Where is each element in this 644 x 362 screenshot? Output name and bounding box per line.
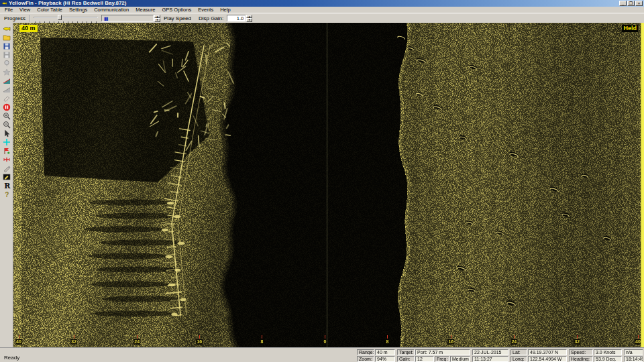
time2-value: 18:14:49 xyxy=(624,356,643,362)
cursor-icon[interactable] xyxy=(2,129,11,137)
menu-measure[interactable]: Measure xyxy=(132,7,158,13)
status-fields: Range: 40 m Zoom: 94% Target: Port: 7.57… xyxy=(357,349,643,362)
svg-text:R: R xyxy=(4,182,11,190)
zoom-in-icon[interactable] xyxy=(2,111,11,120)
pause-icon[interactable] xyxy=(2,103,11,111)
menu-bar: FileViewColor TableSettingsCommunication… xyxy=(0,7,644,13)
annotate-icon[interactable] xyxy=(2,172,11,181)
disp-gain-spinner[interactable]: ▲ ▼ xyxy=(246,15,252,22)
gain-curve-disabled-icon[interactable] xyxy=(2,85,11,94)
play-speed-spinner[interactable]: ▲ ▼ xyxy=(154,15,160,22)
star-icon[interactable] xyxy=(2,68,11,76)
lat-label: Lat: xyxy=(511,349,527,355)
scale-number: 16 xyxy=(447,339,454,345)
target-value: Port: 7.57 m xyxy=(415,349,470,355)
play-speed-label: Play Speed xyxy=(164,15,191,21)
sonar-display[interactable]: 4032241680816243240 40 m Held xyxy=(13,23,644,347)
progress-slider[interactable] xyxy=(34,14,98,23)
help-icon[interactable]: ? xyxy=(2,190,11,198)
time-value: 11:13:27 xyxy=(472,356,508,362)
scale-number: 8 xyxy=(260,339,264,345)
open-file-icon[interactable] xyxy=(2,33,11,42)
scale-number: 24 xyxy=(511,339,517,345)
measure-icon[interactable] xyxy=(2,164,11,172)
zoom-label: Zoom: xyxy=(357,356,374,362)
scale-tick xyxy=(387,335,388,339)
status-bar: Ready Range: 40 m Zoom: 94% Target: Port… xyxy=(0,347,644,362)
range-value: 40 m xyxy=(375,349,395,355)
progress-slider-track xyxy=(34,17,98,18)
restore-button[interactable]: ❐ xyxy=(627,1,635,6)
toolbar: Progress ▮▮ ▲ ▼ Play Speed Disp Gain: ▲ … xyxy=(0,13,644,23)
lat-value: 49.19.3707 N xyxy=(528,349,567,355)
toolbar-separator xyxy=(29,15,30,22)
menu-help[interactable]: Help xyxy=(217,7,233,13)
progress-label: Progress xyxy=(4,15,25,21)
scale-tick xyxy=(137,335,138,339)
ready-status: Ready xyxy=(4,355,19,361)
scale-number: 16 xyxy=(196,339,203,345)
range-scale-chip: 40 m xyxy=(19,25,38,32)
svg-text:?: ? xyxy=(5,191,9,198)
r-label-icon[interactable]: R xyxy=(2,181,11,190)
menu-events[interactable]: Events xyxy=(195,7,217,13)
target-flag-icon[interactable] xyxy=(2,146,11,155)
marker-icon[interactable] xyxy=(2,59,11,68)
long-value: 122.54.4994 W xyxy=(528,356,567,362)
heading-label: Heading: xyxy=(569,356,593,362)
scale-number: 32 xyxy=(574,339,580,345)
window-title: YellowFin - Playback (Hi Res Bedwell Bay… xyxy=(9,0,126,7)
scale-number: 32 xyxy=(70,339,77,345)
gain-label: Gain: xyxy=(397,356,415,362)
app-towfish-icon xyxy=(1,1,7,6)
gain-curve-icon[interactable] xyxy=(2,76,11,85)
play-speed-slider[interactable]: ▮▮ xyxy=(101,15,154,21)
latest-ping-strip xyxy=(641,23,644,347)
held-status-chip: Held xyxy=(622,25,638,32)
menu-color-table[interactable]: Color Table xyxy=(34,7,66,13)
scale-tick xyxy=(262,335,262,339)
save-icon[interactable] xyxy=(2,42,11,50)
scale-number: 40 xyxy=(15,339,22,345)
menu-gps-options[interactable]: GPS Options xyxy=(158,7,195,13)
disp-gain-label: Disp Gain: xyxy=(199,15,223,21)
scale-tick xyxy=(325,335,325,339)
gain-value: 12 xyxy=(415,356,434,362)
title-bar: YellowFin - Playback (Hi Res Bedwell Bay… xyxy=(0,0,644,7)
menu-communication[interactable]: Communication xyxy=(91,7,132,13)
scale-tick xyxy=(577,335,578,339)
scale-number: 0 xyxy=(323,339,327,345)
close-button[interactable]: × xyxy=(635,1,643,6)
menu-file[interactable]: File xyxy=(1,7,16,13)
disp-gain-input[interactable] xyxy=(227,15,246,21)
speed-value: 3.0 Knots xyxy=(594,349,622,355)
menu-view[interactable]: View xyxy=(16,7,34,13)
minimize-button[interactable]: _ xyxy=(619,1,627,6)
range-label: Range: xyxy=(357,349,374,355)
progress-slider-thumb[interactable] xyxy=(58,15,62,20)
extra-value: n/a xyxy=(624,349,643,355)
scale-tick xyxy=(514,335,515,339)
menu-settings[interactable]: Settings xyxy=(66,7,91,13)
pause-bars-icon: ▮▮ xyxy=(104,15,108,21)
scale-tick xyxy=(638,335,639,339)
heading-value: 53.9 Deg. xyxy=(594,356,622,362)
freq-label: Freq: xyxy=(435,356,449,362)
date-value: 22-JUL-2015 xyxy=(472,349,508,355)
side-toolbar: R? xyxy=(0,23,13,347)
scale-tick xyxy=(74,335,74,339)
eraser-icon[interactable] xyxy=(2,94,11,103)
sonar-waterfall[interactable] xyxy=(13,23,644,347)
spinner-down-icon[interactable]: ▼ xyxy=(154,18,160,22)
app-window: YellowFin - Playback (Hi Res Bedwell Bay… xyxy=(0,0,644,362)
scale-tick xyxy=(19,335,19,339)
zoom-out-icon[interactable] xyxy=(2,120,11,129)
towfish-icon[interactable] xyxy=(2,24,11,33)
long-label: Long: xyxy=(511,356,527,362)
spinner-down-icon[interactable]: ▼ xyxy=(246,18,252,22)
scale-number: 8 xyxy=(385,339,389,345)
junction-icon[interactable] xyxy=(2,155,11,164)
crosshair-icon[interactable] xyxy=(2,137,11,146)
save-disabled-icon[interactable] xyxy=(2,50,11,59)
target-label: Target: xyxy=(397,349,415,355)
